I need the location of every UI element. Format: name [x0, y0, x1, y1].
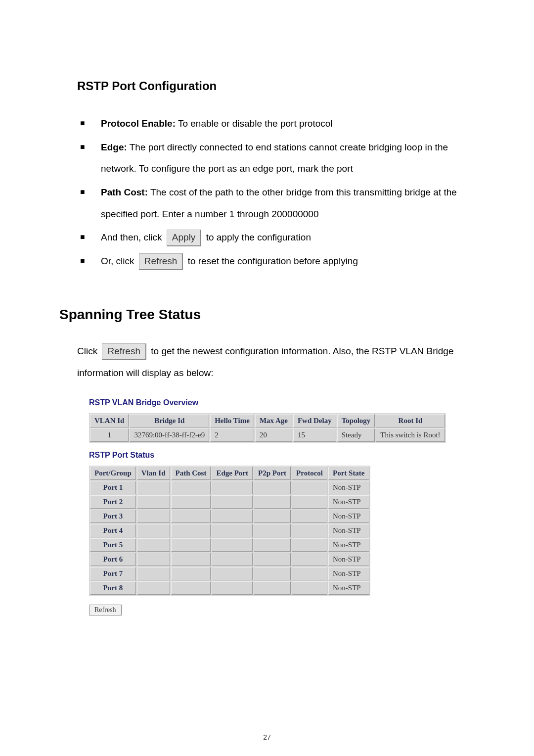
cell-bridge-id: 32769:00-ff-38-ff-f2-e9 [130, 428, 209, 442]
def-text: The port directly connected to end stati… [101, 142, 448, 174]
refresh-button-small[interactable]: Refresh [89, 605, 122, 615]
cell-path-cost [171, 524, 211, 537]
table-row: Port 3Non-STP [90, 510, 369, 523]
cell-vlan-id [137, 581, 170, 595]
cell-edge-port [212, 481, 253, 494]
cell-p2p-port [254, 553, 291, 566]
text-pre: Or, click [101, 256, 137, 266]
cell-path-cost [171, 581, 211, 595]
cell-port: Port 7 [90, 567, 136, 580]
cell-edge-port [212, 567, 253, 580]
cell-path-cost [171, 510, 211, 523]
cell-max-age: 20 [255, 428, 292, 442]
cell-port: Port 2 [90, 495, 136, 509]
col-port-group: Port/Group [90, 467, 136, 480]
col-edge-port: Edge Port [212, 467, 253, 480]
cell-vlan-id [137, 567, 170, 580]
cell-edge-port [212, 538, 253, 552]
col-topology: Topology [337, 414, 375, 427]
cell-p2p-port [254, 495, 291, 509]
def-item-protocol-enable: Protocol Enable: To enable or disable th… [77, 113, 475, 135]
cell-fwd-delay: 15 [293, 428, 336, 442]
col-max-age: Max Age [255, 414, 292, 427]
cell-protocol [292, 481, 327, 494]
port-status-table: Port/Group Vlan Id Path Cost Edge Port P… [89, 466, 370, 596]
cell-protocol [292, 567, 327, 580]
cell-vlan-id [137, 510, 170, 523]
cell-vlan-id: 1 [90, 428, 129, 442]
cell-protocol [292, 581, 327, 595]
refresh-button[interactable]: Refresh [102, 343, 146, 360]
table-row: Port 1Non-STP [90, 481, 369, 494]
bridge-overview-table: VLAN Id Bridge Id Hello Time Max Age Fwd… [89, 413, 446, 443]
cell-vlan-id [137, 481, 170, 494]
cell-topology: Steady [337, 428, 375, 442]
cell-port: Port 5 [90, 538, 136, 552]
cell-vlan-id [137, 538, 170, 552]
cell-port-state: Non-STP [328, 524, 369, 537]
cell-protocol [292, 553, 327, 566]
cell-port: Port 4 [90, 524, 136, 537]
text-pre: And then, click [101, 232, 165, 242]
def-item-apply: And then, click Apply to apply the confi… [77, 227, 475, 248]
cell-port: Port 3 [90, 510, 136, 523]
cell-protocol [292, 495, 327, 509]
cell-protocol [292, 510, 327, 523]
cell-edge-port [212, 495, 253, 509]
col-protocol: Protocol [292, 467, 327, 480]
def-text: To enable or disable the port protocol [176, 118, 333, 129]
cell-p2p-port [254, 481, 291, 494]
apply-button[interactable]: Apply [167, 230, 202, 246]
cell-p2p-port [254, 524, 291, 537]
cell-p2p-port [254, 567, 291, 580]
col-port-state: Port State [328, 467, 369, 480]
cell-port-state: Non-STP [328, 567, 369, 580]
cell-port-state: Non-STP [328, 510, 369, 523]
cell-port-state: Non-STP [328, 481, 369, 494]
table-row: Port 5Non-STP [90, 538, 369, 552]
cell-port-state: Non-STP [328, 538, 369, 552]
cell-vlan-id [137, 524, 170, 537]
text-post: to reset the configuration before applyi… [188, 256, 358, 266]
cell-port-state: Non-STP [328, 581, 369, 595]
cell-edge-port [212, 524, 253, 537]
spanning-tree-status-heading: Spanning Tree Status [59, 307, 475, 323]
rstp-definition-list: Protocol Enable: To enable or disable th… [59, 113, 475, 272]
def-item-path-cost: Path Cost: The cost of the path to the o… [77, 182, 475, 225]
cell-path-cost [171, 567, 211, 580]
cell-vlan-id [137, 495, 170, 509]
cell-path-cost [171, 495, 211, 509]
col-bridge-id: Bridge Id [130, 414, 209, 427]
text-pre: Click [77, 346, 100, 356]
col-fwd-delay: Fwd Delay [293, 414, 336, 427]
def-label: Edge: [101, 142, 127, 152]
cell-path-cost [171, 481, 211, 494]
cell-port-state: Non-STP [328, 495, 369, 509]
page-number: 27 [0, 733, 534, 741]
refresh-button[interactable]: Refresh [139, 253, 183, 270]
cell-edge-port [212, 510, 253, 523]
rstp-port-config-heading: RSTP Port Configuration [77, 79, 475, 93]
cell-edge-port [212, 581, 253, 595]
table-row: Port 6Non-STP [90, 553, 369, 566]
cell-protocol [292, 524, 327, 537]
table-row: Port 2Non-STP [90, 495, 369, 509]
col-hello-time: Hello Time [210, 414, 254, 427]
cell-port: Port 8 [90, 581, 136, 595]
cell-p2p-port [254, 581, 291, 595]
cell-root-id: This switch is Root! [376, 428, 445, 442]
table-row: Port 4Non-STP [90, 524, 369, 537]
def-label: Path Cost: [101, 187, 148, 197]
bridge-overview-heading: RSTP VLAN Bridge Overview [89, 398, 475, 407]
cell-p2p-port [254, 538, 291, 552]
cell-port: Port 1 [90, 481, 136, 494]
cell-path-cost [171, 553, 211, 566]
def-text: The cost of the path to the other bridge… [101, 187, 457, 219]
cell-vlan-id [137, 553, 170, 566]
cell-p2p-port [254, 510, 291, 523]
cell-edge-port [212, 553, 253, 566]
col-vlan-id: Vlan Id [137, 467, 170, 480]
table-header-row: VLAN Id Bridge Id Hello Time Max Age Fwd… [90, 414, 445, 427]
cell-hello-time: 2 [210, 428, 254, 442]
col-root-id: Root Id [376, 414, 445, 427]
